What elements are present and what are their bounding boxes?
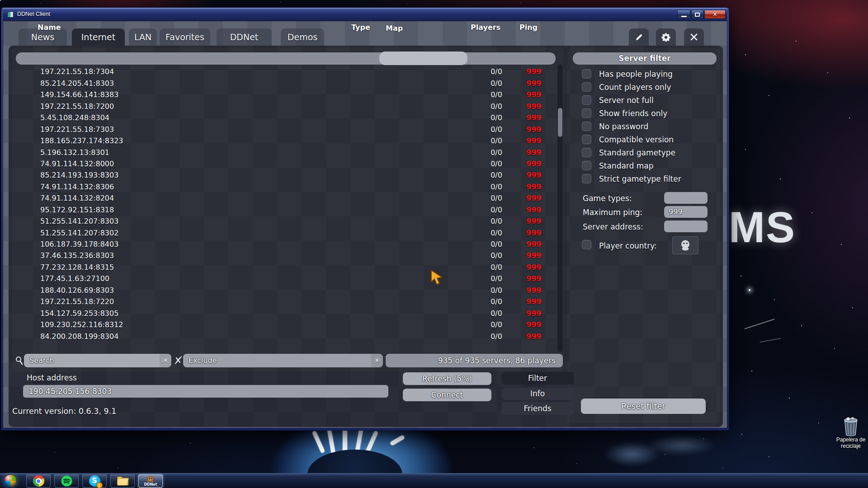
- server-row[interactable]: 37.46.135.236:83030/0999: [16, 250, 556, 261]
- connect-button[interactable]: Connect: [403, 389, 491, 401]
- list-header: [16, 52, 556, 65]
- filter-checkbox-row: Standard gametype: [582, 146, 681, 159]
- pencil-icon: [635, 33, 643, 42]
- taskbar-skype[interactable]: S 1: [82, 474, 107, 488]
- server-row[interactable]: 149.154.66.141:83830/0999: [16, 89, 556, 100]
- checkbox-show-friends-only[interactable]: [582, 108, 591, 118]
- sidetab-info[interactable]: Info: [501, 388, 574, 400]
- checkbox-compatible-version[interactable]: [582, 135, 591, 144]
- server-row[interactable]: 109.230.252.116:83120/0999: [16, 319, 556, 330]
- server-row[interactable]: 106.187.39.178:84030/0999: [16, 239, 556, 250]
- scrollbar-thumb[interactable]: [558, 108, 562, 137]
- tab-internet[interactable]: Internet: [72, 28, 125, 46]
- server-ping: 999: [512, 181, 556, 192]
- server-players: 0/0: [481, 296, 512, 307]
- editor-button[interactable]: [629, 28, 649, 46]
- server-row[interactable]: 51.255.141.207:83020/0999: [16, 227, 556, 239]
- server-row[interactable]: 85.214.205.41:83030/0999: [16, 78, 556, 89]
- player-country-flag-button[interactable]: [672, 236, 698, 254]
- server-row[interactable]: 197.221.55.18:73040/0999: [16, 66, 556, 77]
- server-address-input[interactable]: [664, 221, 708, 232]
- server-row[interactable]: 188.165.237.174:83230/0999: [16, 135, 556, 146]
- tab-demos[interactable]: Demos: [281, 28, 324, 46]
- server-players: 0/0: [481, 158, 512, 169]
- server-rows: 144.76.72.214:83130/0999197.221.55.18:73…: [16, 60, 556, 352]
- server-row[interactable]: 154.127.59.253:83050/0999: [16, 308, 556, 319]
- tab-favorites[interactable]: Favorites: [160, 28, 210, 46]
- checkbox-standard-gametype[interactable]: [582, 148, 591, 157]
- magnifier-icon: [15, 356, 24, 366]
- player-country-checkbox[interactable]: [582, 240, 591, 249]
- settings-button[interactable]: [656, 28, 676, 46]
- checkbox-strict-gametype-filter[interactable]: [582, 174, 591, 183]
- column-players[interactable]: Players: [471, 21, 500, 33]
- window-maximize-button[interactable]: [691, 10, 703, 19]
- server-row[interactable]: 74.91.114.132:83060/0999: [16, 181, 556, 192]
- filter-checkbox-row: Server not full: [582, 94, 681, 107]
- tab-lan[interactable]: LAN: [129, 28, 157, 46]
- tab-ddnet[interactable]: DDNet: [217, 28, 272, 46]
- window-title: DDNet Client: [17, 11, 50, 17]
- checkbox-standard-map[interactable]: [582, 161, 591, 170]
- taskbar-spotify[interactable]: [54, 474, 79, 488]
- checkbox-has-people-playing[interactable]: [582, 69, 591, 79]
- column-type[interactable]: Type: [351, 21, 370, 33]
- server-row[interactable]: 84.200.208.199:83040/0999: [16, 331, 556, 342]
- window-close-button[interactable]: ✕: [704, 10, 726, 19]
- server-address: 5.196.132.13:8301: [16, 147, 481, 158]
- column-ping[interactable]: Ping: [519, 21, 538, 33]
- recycle-bin[interactable]: Papelera de reciclaje: [835, 416, 867, 449]
- filter-checkbox-row: Has people playing: [582, 67, 681, 80]
- skype-icon: S 1: [89, 475, 100, 487]
- max-ping-input[interactable]: 999: [664, 206, 708, 218]
- server-players: 0/0: [481, 147, 512, 158]
- spotify-icon: [61, 475, 72, 487]
- server-row[interactable]: 95.172.92.151:83180/0999: [16, 204, 556, 216]
- checkbox-count-players-only[interactable]: [582, 82, 591, 92]
- server-ping: 999: [512, 262, 556, 273]
- server-ping: 999: [512, 250, 556, 261]
- server-row[interactable]: 74.91.114.132:82040/0999: [16, 192, 556, 204]
- refresh-button[interactable]: Refresh (5%): [403, 372, 491, 385]
- column-map-sort-pill[interactable]: [379, 52, 467, 65]
- server-row[interactable]: 197.221.55.18:72000/0999: [16, 101, 556, 112]
- server-row[interactable]: 74.91.114.132:80000/0999: [16, 158, 556, 169]
- server-row[interactable]: 77.232.128.14:83150/0999: [16, 262, 556, 273]
- taskbar-ddnet[interactable]: DDNet: [138, 474, 163, 488]
- exclude-clear-button[interactable]: ✕: [371, 354, 383, 367]
- server-ping: 999: [512, 89, 556, 100]
- search-clear-button[interactable]: ✕: [160, 354, 171, 367]
- server-row[interactable]: 197.221.55.18:72200/0999: [16, 296, 556, 307]
- column-name[interactable]: Name: [38, 21, 61, 33]
- list-scrollbar[interactable]: [557, 65, 563, 352]
- column-map[interactable]: Map: [386, 22, 403, 34]
- window-minimize-button[interactable]: [677, 10, 690, 19]
- server-ping: 999: [512, 101, 556, 112]
- checkbox-label: Has people playing: [599, 70, 673, 79]
- checkbox-server-not-full[interactable]: [582, 95, 591, 105]
- server-stats: 935 of 935 servers, 86 players: [438, 354, 556, 367]
- checkbox-no-password[interactable]: [582, 122, 591, 131]
- server-row[interactable]: 51.255.141.207:83030/0999: [16, 216, 556, 227]
- taskbar-explorer[interactable]: [110, 474, 135, 488]
- server-row[interactable]: 5.45.108.248:83040/0999: [16, 112, 556, 123]
- start-button[interactable]: [4, 474, 17, 488]
- server-row[interactable]: 188.40.126.69:83030/0999: [16, 285, 556, 296]
- taskbar-chrome[interactable]: [26, 474, 51, 488]
- server-row[interactable]: 197.221.55.18:73030/0999: [16, 124, 556, 135]
- server-players: 0/0: [481, 181, 512, 192]
- server-ping: 999: [512, 319, 556, 330]
- server-address: 177.45.1.63:27100: [16, 273, 481, 284]
- server-row[interactable]: 177.45.1.63:271000/0999: [16, 273, 556, 284]
- server-row[interactable]: 5.196.132.13:83010/0999: [16, 147, 556, 158]
- game-types-input[interactable]: [664, 192, 708, 204]
- sidetab-friends[interactable]: Friends: [501, 402, 574, 415]
- search-input[interactable]: Search ✕: [24, 354, 171, 367]
- sidetab-filter[interactable]: Filter: [501, 372, 574, 385]
- reset-filter-button[interactable]: Reset filter: [581, 399, 706, 414]
- quit-button[interactable]: [684, 28, 704, 46]
- window-titlebar[interactable]: DDNet Client: [3, 8, 727, 21]
- host-address-input[interactable]: 190.45.205.156:8303: [23, 385, 388, 398]
- exclude-input[interactable]: Exclude ✕: [183, 354, 383, 367]
- server-row[interactable]: 85.214.193.193:83030/0999: [16, 169, 556, 181]
